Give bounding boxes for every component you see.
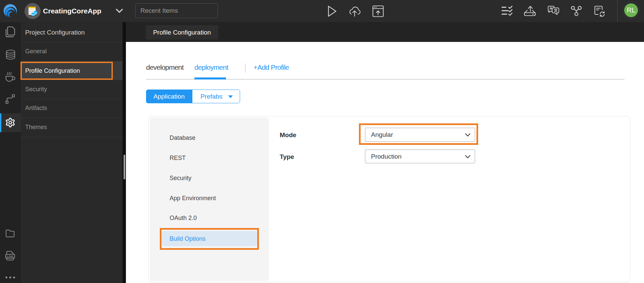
svg-text:LOG: LOG [7,254,14,258]
